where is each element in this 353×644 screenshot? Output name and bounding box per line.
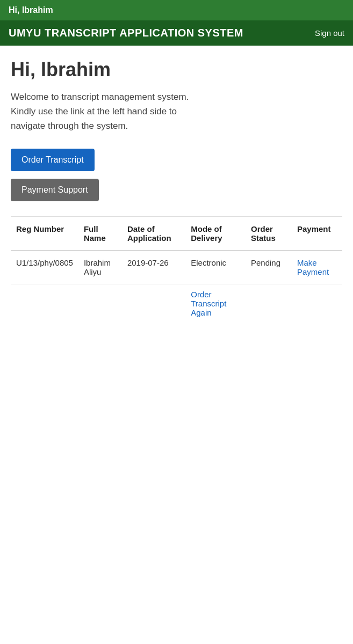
order-transcript-button[interactable]: Order Transcript xyxy=(11,149,95,171)
cell-order-again: Order Transcript Again xyxy=(185,284,246,325)
col-payment: Payment xyxy=(292,217,342,251)
welcome-text: Welcome to transcript management system.… xyxy=(11,90,204,134)
table-row: U1/13/phy/0805 Ibrahim Aliyu 2019-07-26 … xyxy=(11,250,342,284)
table-header-row: Reg Number Full Name Date of Application… xyxy=(11,217,342,251)
main-content: Hi, Ibrahim Welcome to transcript manage… xyxy=(0,46,353,338)
col-order-status: Order Status xyxy=(246,217,292,251)
make-payment-link[interactable]: Make Payment xyxy=(297,258,329,276)
order-again-row: Order Transcript Again xyxy=(11,284,342,325)
transcript-table: Reg Number Full Name Date of Application… xyxy=(11,217,342,325)
top-bar-greeting: Hi, Ibrahim xyxy=(9,5,53,14)
col-mode-of-delivery: Mode of Delivery xyxy=(185,217,246,251)
col-reg-number: Reg Number xyxy=(11,217,78,251)
cell-order-status: Pending xyxy=(246,250,292,284)
col-full-name: Full Name xyxy=(78,217,122,251)
cell-reg-number: U1/13/phy/0805 xyxy=(11,250,78,284)
page-heading: Hi, Ibrahim xyxy=(11,58,342,81)
transcript-table-container: Reg Number Full Name Date of Application… xyxy=(11,216,342,325)
cell-mode-of-delivery: Electronic xyxy=(185,250,246,284)
nav-bar: UMYU TRANSCRIPT APPLICATION SYSTEM Sign … xyxy=(0,20,353,46)
payment-support-button[interactable]: Payment Support xyxy=(11,179,99,201)
cell-full-name: Ibrahim Aliyu xyxy=(78,250,122,284)
cell-payment: Make Payment xyxy=(292,250,342,284)
top-bar: Hi, Ibrahim xyxy=(0,0,353,20)
sign-out-button[interactable]: Sign out xyxy=(315,28,344,38)
order-transcript-again-link[interactable]: Order Transcript Again xyxy=(191,290,226,317)
col-date-of-application: Date of Application xyxy=(122,217,185,251)
nav-title: UMYU TRANSCRIPT APPLICATION SYSTEM xyxy=(9,27,243,39)
cell-date-of-application: 2019-07-26 xyxy=(122,250,185,284)
